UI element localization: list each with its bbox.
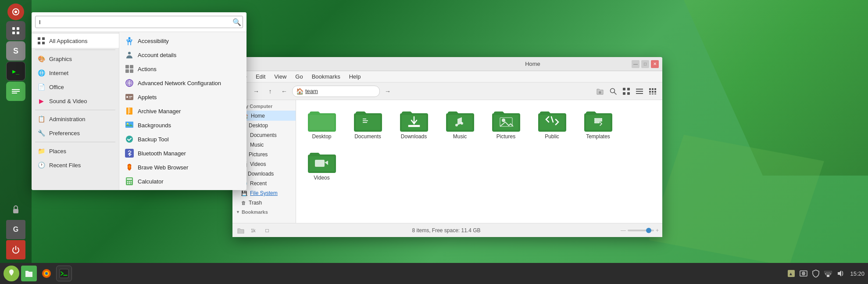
folder-downloads[interactable]: Downloads — [395, 107, 432, 140]
app-bluetooth[interactable]: Bluetooth Manager — [119, 146, 246, 160]
advanced-network-icon — [125, 78, 134, 88]
icon-view-button[interactable] — [620, 85, 632, 97]
taskbar-files[interactable] — [21, 266, 37, 281]
search-input[interactable] — [35, 16, 243, 28]
cat-places[interactable]: 📁 Places — [32, 144, 119, 158]
taskbar-mint-menu[interactable] — [4, 266, 19, 281]
app-calculator[interactable]: Calculator — [119, 174, 246, 188]
cat-preferences[interactable]: 🔧 Preferences — [32, 126, 119, 140]
up-button[interactable]: ↑ — [264, 85, 276, 97]
folder-music[interactable]: Music — [441, 107, 479, 140]
svg-rect-29 — [127, 178, 132, 180]
cat-all-applications[interactable]: All Applications — [32, 34, 119, 48]
cat-sound-video[interactable]: ▶ Sound & Video — [32, 94, 119, 108]
app-bluetooth-label: Bluetooth Manager — [138, 150, 186, 157]
zoom-plus[interactable]: + — [656, 227, 659, 234]
menu-edit[interactable]: Edit — [254, 72, 267, 81]
taskbar-terminal[interactable] — [56, 266, 72, 281]
folder-desktop[interactable]: Desktop — [303, 107, 340, 140]
svg-rect-83 — [824, 271, 832, 273]
app-advanced-network[interactable]: Advanced Network Configuration — [119, 76, 246, 90]
svg-rect-17 — [130, 69, 133, 73]
cat-divider-3 — [35, 142, 115, 142]
app-backup-tool[interactable]: Backup Tool — [119, 132, 246, 146]
folder-public[interactable]: Public — [533, 107, 571, 140]
compact-view-button[interactable] — [647, 85, 659, 97]
menu-bookmarks[interactable]: Bookmarks — [310, 72, 342, 81]
cat-graphics[interactable]: 🎨 Graphics — [32, 52, 119, 66]
bookmarks-label: Bookmarks — [242, 209, 268, 215]
taskbar-shield-icon[interactable] — [811, 269, 820, 278]
statusbar-folder-btn[interactable] — [236, 226, 246, 235]
zoom-thumb — [646, 228, 651, 233]
sidebar-icon-lock[interactable] — [6, 200, 25, 219]
new-folder-button[interactable]: ⊞ — [594, 85, 606, 97]
taskbar-network-icon[interactable] — [824, 269, 832, 278]
location-text: team — [305, 88, 318, 94]
next-location-button[interactable]: → — [382, 85, 394, 97]
templates-folder-label: Templates — [586, 133, 610, 140]
svg-rect-24 — [125, 122, 133, 128]
app-backgrounds[interactable]: Backgrounds — [119, 118, 246, 132]
svg-rect-9 — [42, 37, 45, 40]
taskbar-notification-icon[interactable]: ▲ — [787, 269, 796, 278]
zoom-minus[interactable]: — — [621, 227, 626, 234]
sidebar-trash[interactable]: 🗑 Trash — [232, 198, 296, 208]
app-actions[interactable]: Actions — [119, 62, 246, 76]
svg-line-48 — [614, 92, 616, 94]
search-button[interactable]: 🔍 — [231, 16, 243, 28]
close-button[interactable]: ✕ — [651, 60, 659, 68]
sidebar-icon-grub[interactable]: G — [6, 220, 25, 239]
location-bar[interactable]: 🏠 team — [292, 86, 380, 97]
svg-rect-3 — [12, 27, 15, 30]
minimize-button[interactable]: — — [632, 60, 639, 68]
folder-videos[interactable]: Videos — [303, 148, 340, 181]
list-view-button[interactable] — [633, 85, 646, 97]
sidebar-icon-3[interactable]: ▶_ — [6, 61, 25, 81]
svg-rect-55 — [636, 93, 643, 94]
bookmarks-header[interactable]: ▼ Bookmarks — [232, 208, 296, 216]
sidebar-icon-power[interactable] — [6, 240, 25, 259]
app-applets[interactable]: Applets — [119, 90, 246, 104]
calculator-icon — [125, 176, 134, 186]
app-menu-search-bar: 🔍 — [32, 12, 246, 32]
menu-help[interactable]: Help — [347, 72, 363, 81]
app-archive-manager[interactable]: Archive Manager — [119, 104, 246, 118]
statusbar-expand-btn[interactable]: □ — [262, 226, 272, 235]
prev-location-button[interactable]: ← — [278, 85, 290, 97]
account-details-icon — [125, 50, 134, 60]
app-calendar[interactable]: Calendar — [119, 188, 246, 190]
statusbar-size-btn[interactable]: 1k — [249, 226, 259, 235]
search-button[interactable] — [607, 85, 619, 97]
cat-office[interactable]: 📄 Office — [32, 80, 119, 94]
actions-icon — [125, 64, 134, 74]
cat-sound-video-label: Sound & Video — [49, 98, 87, 104]
app-account-details[interactable]: Account details — [119, 48, 246, 62]
cat-recent-files[interactable]: 🕐 Recent Files — [32, 158, 119, 172]
cat-administration[interactable]: 📋 Administration — [32, 112, 119, 126]
svg-rect-49 — [623, 88, 625, 90]
svg-point-32 — [131, 181, 132, 183]
sidebar-icon-0[interactable] — [7, 4, 24, 20]
sidebar-icon-4[interactable] — [6, 82, 25, 101]
menu-view[interactable]: View — [272, 72, 288, 81]
app-accessibility[interactable]: Accessibility — [119, 34, 246, 48]
taskbar-firefox[interactable] — [39, 266, 54, 281]
folder-templates[interactable]: Templates — [579, 107, 617, 140]
folder-pictures[interactable]: Pictures — [487, 107, 525, 140]
sidebar-icon-2[interactable]: S — [6, 41, 25, 61]
zoom-track[interactable] — [628, 230, 654, 231]
cat-internet[interactable]: 🌐 Internet — [32, 66, 119, 80]
taskbar-volume-icon[interactable] — [836, 269, 845, 278]
desktop-folder-label: Desktop — [312, 133, 331, 140]
forward-button[interactable]: → — [250, 85, 262, 97]
app-brave[interactable]: Brave Web Browser — [119, 160, 246, 174]
folder-documents[interactable]: Documents — [349, 107, 386, 140]
accessibility-app-icon — [125, 36, 134, 46]
categories-panel: All Applications 🎨 Graphics 🌐 Internet 📄… — [32, 32, 119, 190]
menu-go[interactable]: Go — [293, 72, 304, 81]
maximize-button[interactable]: □ — [641, 60, 649, 68]
taskbar-screenshot-icon[interactable] — [799, 269, 808, 278]
app-backup-tool-label: Backup Tool — [138, 136, 169, 143]
sidebar-icon-1[interactable] — [6, 21, 25, 40]
